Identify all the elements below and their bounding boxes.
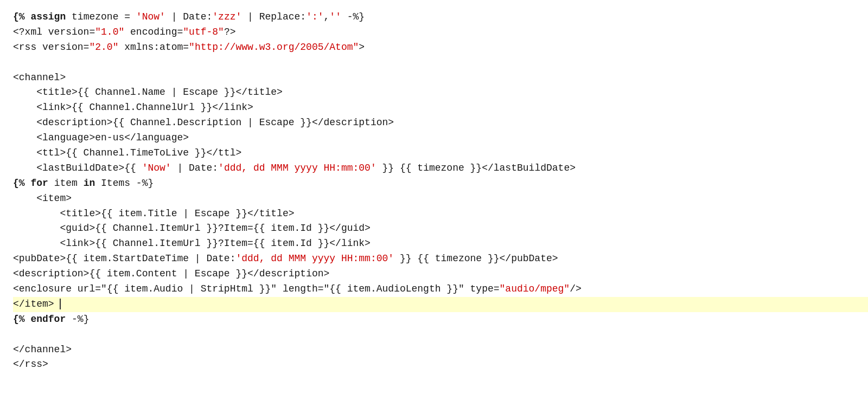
- text-cursor: [60, 299, 61, 309]
- code-line-22: [13, 327, 868, 342]
- code-line-20: </item>: [13, 297, 868, 312]
- code-line-16: <link>{{ Channel.ItemUrl }}?Item={{ item…: [13, 236, 868, 251]
- code-line-10: <ttl>{{ Channel.TimeToLive }}</ttl>: [13, 146, 868, 161]
- code-line-4: [13, 55, 868, 70]
- code-line-5: <channel>: [13, 70, 868, 86]
- code-line-6: <title>{{ Channel.Name | Escape }}</titl…: [13, 85, 868, 100]
- code-line-17: <pubDate>{{ item.StartDateTime | Date:'d…: [13, 251, 868, 267]
- code-line-23: </channel>: [13, 342, 868, 358]
- code-editor[interactable]: {% assign timezone = 'Now' | Date:'zzz' …: [13, 10, 868, 414]
- code-line-8: <description>{{ Channel.Description | Es…: [13, 115, 868, 131]
- code-line-14: <title>{{ item.Title | Escape }}</title>: [13, 206, 868, 222]
- code-line-2: <?xml version="1.0" encoding="utf-8"?>: [13, 25, 868, 40]
- code-line-24: </rss>: [13, 357, 868, 372]
- code-line-12: {% for item in Items -%}: [13, 176, 868, 191]
- code-line-15: <guid>{{ Channel.ItemUrl }}?Item={{ item…: [13, 221, 868, 236]
- code-line-13: <item>: [13, 191, 868, 206]
- code-line-21: {% endfor -%}: [13, 312, 868, 327]
- code-line-9: <language>en-us</language>: [13, 131, 868, 146]
- code-line-11: <lastBuildDate>{{ 'Now' | Date:'ddd, dd …: [13, 161, 868, 176]
- code-line-18: <description>{{ item.Content | Escape }}…: [13, 267, 868, 282]
- code-line-7: <link>{{ Channel.ChannelUrl }}</link>: [13, 100, 868, 115]
- code-line-3: <rss version="2.0" xmlns:atom="http://ww…: [13, 40, 868, 55]
- code-line-19: <enclosure url="{{ item.Audio | StripHtm…: [13, 282, 868, 297]
- code-line-1: {% assign timezone = 'Now' | Date:'zzz' …: [13, 10, 868, 25]
